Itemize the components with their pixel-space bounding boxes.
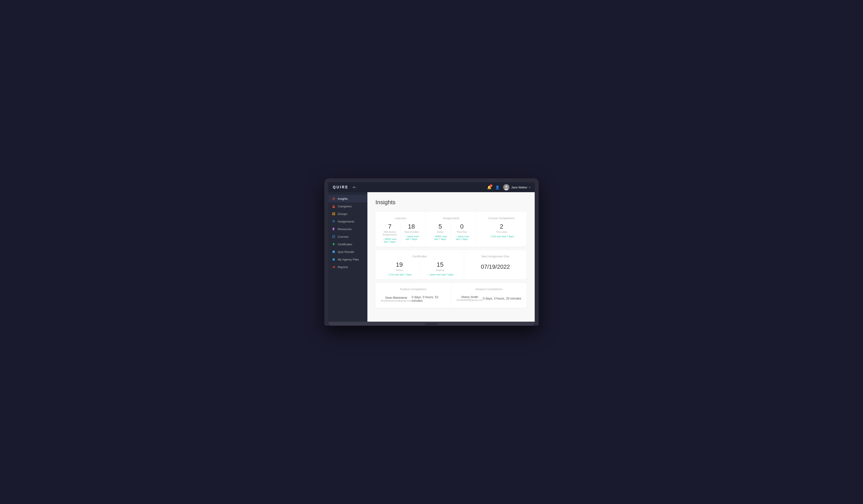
svg-point-1 (505, 185, 508, 188)
laptop-base (328, 322, 535, 326)
sidebar: Insights Caregivers Groups › (328, 192, 367, 322)
groups-icon (332, 212, 336, 216)
svg-rect-18 (333, 229, 334, 229)
svg-point-6 (334, 205, 335, 206)
learners-enrolled-stat: 18 Total Enrolled same over last 7 days (402, 223, 420, 243)
svg-rect-16 (333, 228, 334, 230)
slowest-person-email: ssmith5894@gmail.com (456, 299, 483, 301)
certificates-icon (332, 242, 336, 246)
user-dropdown-icon[interactable]: ▾ (529, 186, 530, 189)
certificates-active-label: Active (381, 269, 418, 271)
certificates-expired-stat: 15 Expired same over last 7 days (422, 262, 459, 276)
course-completions-section: Course Completions 2 This week 11% over … (476, 212, 527, 247)
learners-section: Learners 7 With Active Assignments 600% … (375, 212, 426, 247)
sidebar-item-resources[interactable]: Resources (328, 225, 367, 233)
admin-icon[interactable]: 👤 (495, 185, 500, 190)
fastest-completion-time: 0 days, 0 hours, 52 minutes (412, 295, 446, 302)
svg-point-4 (333, 198, 334, 199)
sidebar-item-insights[interactable]: Insights (328, 195, 367, 203)
svg-rect-14 (333, 221, 335, 222)
learners-active-value: 7 (381, 223, 399, 230)
learners-enrolled-trend: same over last 7 days (402, 235, 420, 241)
slowest-completions-section: Slowest Completions Sherry Smith ssmith5… (451, 283, 527, 308)
assignments-pastdue-value: 0 (453, 223, 471, 230)
learners-enrolled-value: 18 (402, 223, 420, 230)
sidebar-item-quiz[interactable]: ? Quiz Results (328, 248, 367, 256)
agency-chevron: › (363, 258, 364, 261)
next-assignment-date: 07/19/2022 (470, 263, 521, 270)
sidebar-label-agency: My Agency Files (338, 258, 361, 261)
certificates-active-value: 19 (381, 262, 418, 268)
svg-rect-10 (334, 212, 335, 214)
sidebar-label-insights: Insights (338, 197, 364, 201)
user-menu[interactable]: Jane Walker ▾ (503, 184, 530, 190)
app-body: Insights Caregivers Groups › (328, 192, 535, 322)
groups-chevron: › (363, 213, 364, 215)
certificates-title: Certificates (381, 255, 459, 258)
app-logo: QUIRE (333, 185, 348, 189)
fastest-completions-section: Fastest Completions Dean Blackstone dean… (375, 283, 451, 308)
learners-active-label: With Active Assignments (381, 231, 399, 236)
certificates-expired-value: 15 (422, 262, 459, 268)
learners-title: Learners (381, 217, 420, 220)
sidebar-label-courses: Courses (338, 235, 361, 238)
svg-rect-27 (333, 258, 334, 259)
assignments-icon (332, 220, 336, 223)
laptop-notch (425, 323, 438, 325)
main-content: Insights Learners 7 With Active Assignme… (367, 192, 535, 322)
stats-row-1: Learners 7 With Active Assignments 600% … (375, 212, 527, 247)
svg-rect-26 (333, 259, 335, 260)
svg-point-22 (333, 243, 335, 245)
course-completions-title: Course Completions (482, 217, 521, 220)
learners-active-stat: 7 With Active Assignments 600% over last… (381, 223, 399, 243)
svg-point-5 (333, 205, 334, 206)
slowest-person-name: Sherry Smith (456, 295, 483, 299)
sidebar-item-reports[interactable]: Reports (328, 263, 367, 271)
next-assignment-section: Next Assignment Due 07/19/2022 (464, 250, 527, 280)
notification-badge: 1 (490, 184, 492, 187)
courses-icon (332, 235, 336, 238)
caregivers-icon (332, 205, 336, 208)
fastest-person: Dean Blackstone deanblackstone@gmail.com (381, 296, 412, 302)
resources-icon (332, 227, 336, 231)
stats-grid: Learners 7 With Active Assignments 600% … (375, 212, 527, 308)
slowest-completion-item: Sherry Smith ssmith5894@gmail.com 5 days… (456, 295, 521, 301)
sidebar-item-assignments[interactable]: Assignments › (328, 218, 367, 225)
sidebar-item-groups[interactable]: Groups › (328, 210, 367, 218)
topbar: QUIRE ⇐ 🔔 1 👤 (328, 182, 535, 192)
fastest-completions-title: Fastest Completions (381, 287, 446, 291)
svg-rect-28 (333, 267, 333, 268)
certificates-expired-trend: same over last 7 days (422, 273, 459, 276)
sidebar-item-certificates[interactable]: Certificates (328, 241, 367, 248)
assignments-active-trend: 400% over last 7 days (431, 235, 449, 241)
user-name: Jane Walker (511, 186, 527, 189)
back-icon[interactable]: ⇐ (353, 185, 356, 190)
sidebar-label-reports: Reports (338, 266, 364, 269)
sidebar-item-agency[interactable]: My Agency Files › (328, 256, 367, 263)
sidebar-item-caregivers[interactable]: Caregivers (328, 203, 367, 210)
quiz-icon: ? (332, 250, 336, 254)
svg-rect-30 (334, 266, 335, 268)
svg-rect-29 (334, 266, 334, 268)
fastest-completion-item: Dean Blackstone deanblackstone@gmail.com… (381, 295, 446, 302)
learners-enrolled-label: Total Enrolled (402, 231, 420, 233)
svg-rect-13 (333, 220, 335, 221)
svg-rect-20 (333, 236, 334, 236)
sidebar-label-resources: Resources (338, 228, 364, 231)
notification-icon[interactable]: 🔔 1 (487, 185, 491, 190)
slowest-completion-time: 5 days, 3 hours, 20 minutes (483, 297, 521, 300)
certificates-active-trend: 11% over last 7 days (381, 273, 418, 276)
page-title: Insights (375, 199, 527, 206)
course-completions-value: 2 (482, 223, 521, 230)
sidebar-label-caregivers: Caregivers (338, 205, 364, 208)
assignments-active-value: 5 (431, 223, 449, 230)
svg-rect-11 (332, 214, 334, 215)
stats-row-3: Fastest Completions Dean Blackstone dean… (375, 283, 527, 308)
sidebar-item-courses[interactable]: Courses › (328, 233, 367, 241)
certificates-active-stat: 19 Active 11% over last 7 days (381, 262, 418, 276)
svg-rect-21 (333, 237, 334, 237)
svg-rect-12 (334, 214, 335, 215)
svg-point-8 (333, 206, 335, 208)
fastest-person-name: Dean Blackstone (381, 296, 412, 299)
svg-rect-9 (332, 212, 334, 214)
